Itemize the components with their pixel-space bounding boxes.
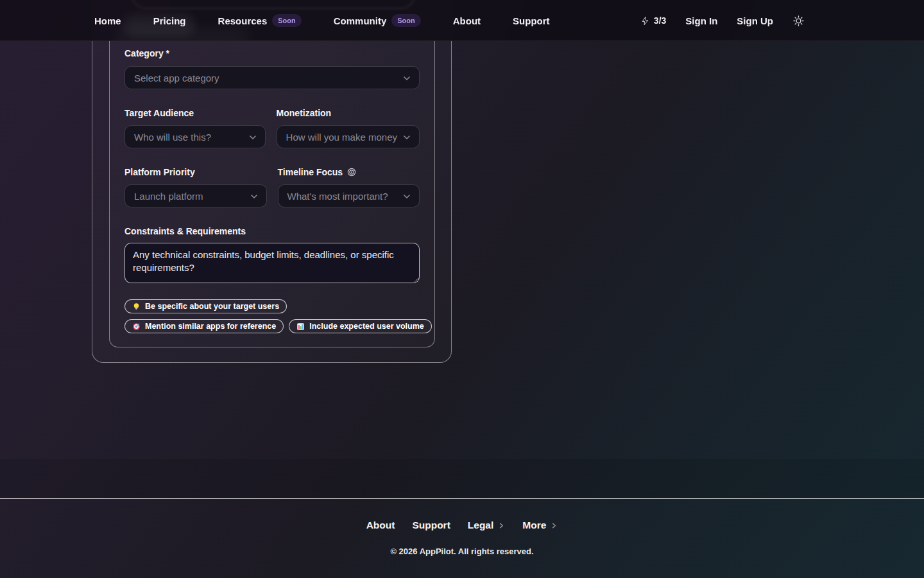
monetization-label: Monetization: [277, 108, 420, 118]
nav-item-label: Resources: [218, 15, 268, 26]
audience-monetization-row: Target Audience Who will use this? Monet…: [124, 108, 420, 148]
usage-count: 3/3: [654, 15, 666, 26]
target-audience-select[interactable]: Who will use this?: [124, 125, 266, 148]
lightning-icon: [640, 16, 650, 26]
platform-timeline-row: Platform Priority Launch platform Timeli…: [124, 167, 420, 207]
soon-badge: Soon: [272, 14, 302, 27]
target-audience-label-text: Target Audience: [124, 108, 194, 118]
platform-priority-select[interactable]: Launch platform: [124, 184, 267, 207]
timeline-focus-field: Timeline Focus What's most important?: [278, 167, 420, 207]
chevron-right-icon: [498, 522, 505, 529]
monetization-select[interactable]: How will you make money: [277, 125, 420, 148]
monetization-label-text: Monetization: [277, 108, 332, 118]
tips-row-1: Be specific about your target users: [124, 299, 420, 313]
target-icon: [347, 168, 356, 177]
app-brief-card: Category * Select app category Target Au…: [92, 0, 452, 363]
chevron-down-icon: [249, 191, 259, 202]
nav-item-label: Support: [513, 15, 550, 26]
target-audience-field: Target Audience Who will use this?: [124, 108, 266, 148]
tip-chip-label: Include expected user volume: [309, 322, 424, 331]
nav-actions: 3/3 Sign In Sign Up: [640, 0, 805, 41]
theme-toggle-button[interactable]: [792, 15, 805, 27]
tip-chip-label: Be specific about your target users: [145, 302, 279, 311]
category-field: Category * Select app category: [124, 48, 420, 89]
chevron-down-icon: [402, 73, 412, 83]
target-audience-label: Target Audience: [124, 108, 266, 118]
tip-chip-target-users: Be specific about your target users: [124, 299, 287, 313]
platform-priority-field: Platform Priority Launch platform: [124, 167, 267, 207]
top-navbar: Home Pricing Resources Soon Community So…: [0, 0, 924, 41]
timeline-focus-label-text: Timeline Focus: [278, 167, 343, 177]
sign-up-button[interactable]: Sign Up: [737, 15, 773, 26]
timeline-focus-select[interactable]: What's most important?: [278, 184, 420, 207]
nav-item-pricing[interactable]: Pricing: [153, 15, 186, 26]
copyright-text: © 2026 AppPilot. All rights reserved.: [0, 547, 924, 556]
footer-link-label: Legal: [468, 520, 493, 531]
usage-indicator: 3/3: [640, 15, 666, 26]
sign-in-button[interactable]: Sign In: [685, 15, 717, 26]
monetization-select-value: How will you make money: [286, 132, 397, 143]
constraints-field: Constraints & Requirements: [124, 226, 420, 283]
tip-chip-user-volume: Include expected user volume: [289, 319, 432, 333]
dart-target-icon: [132, 322, 141, 331]
nav-item-support[interactable]: Support: [513, 15, 550, 26]
footer-link-label: About: [366, 520, 395, 531]
tip-chip-similar-apps: Mention similar apps for reference: [124, 319, 284, 333]
constraints-label: Constraints & Requirements: [124, 226, 420, 236]
target-audience-select-value: Who will use this?: [134, 132, 211, 143]
nav-item-label: Pricing: [153, 15, 186, 26]
category-select-value: Select app category: [134, 73, 219, 83]
bar-chart-icon: [296, 322, 305, 331]
nav-item-label: Home: [94, 15, 121, 26]
chevron-down-icon: [402, 132, 412, 143]
lightbulb-icon: [132, 302, 141, 311]
platform-priority-label: Platform Priority: [124, 167, 267, 177]
timeline-focus-select-value: What's most important?: [287, 191, 388, 202]
nav-item-label: Community: [334, 15, 387, 26]
nav-item-home[interactable]: Home: [94, 15, 121, 26]
platform-priority-label-text: Platform Priority: [124, 167, 195, 177]
soon-badge: Soon: [391, 14, 421, 27]
chevron-down-icon: [248, 132, 258, 143]
app-brief-section: Category * Select app category Target Au…: [109, 0, 435, 347]
nav-item-label: About: [453, 15, 481, 26]
prefooter-shade: [0, 459, 924, 498]
tips-row-2: Mention similar apps for reference Inclu…: [124, 319, 420, 333]
chevron-down-icon: [402, 191, 412, 202]
footer-link-more[interactable]: More: [522, 520, 558, 531]
nav-item-resources[interactable]: Resources Soon: [218, 14, 302, 27]
nav-item-community[interactable]: Community Soon: [334, 14, 421, 27]
footer-link-label: Support: [412, 520, 450, 531]
footer: About Support Legal More © 2026 AppPilot…: [0, 498, 924, 578]
monetization-field: Monetization How will you make money: [277, 108, 420, 148]
footer-link-label: More: [522, 520, 546, 531]
footer-link-support[interactable]: Support: [412, 520, 450, 531]
footer-link-legal[interactable]: Legal: [468, 520, 505, 531]
category-label: Category *: [124, 48, 420, 58]
timeline-focus-label: Timeline Focus: [278, 167, 420, 177]
constraints-label-text: Constraints & Requirements: [124, 226, 246, 236]
nav-links: Home Pricing Resources Soon Community So…: [94, 0, 550, 41]
footer-link-about[interactable]: About: [366, 520, 395, 531]
category-label-text: Category *: [124, 48, 169, 58]
constraints-textarea[interactable]: [124, 243, 420, 283]
sun-icon: [792, 15, 805, 27]
tip-chip-label: Mention similar apps for reference: [145, 322, 276, 331]
footer-links: About Support Legal More: [0, 520, 924, 531]
platform-priority-select-value: Launch platform: [134, 191, 203, 202]
category-select[interactable]: Select app category: [124, 66, 420, 89]
nav-item-about[interactable]: About: [453, 15, 481, 26]
chevron-right-icon: [551, 522, 558, 529]
